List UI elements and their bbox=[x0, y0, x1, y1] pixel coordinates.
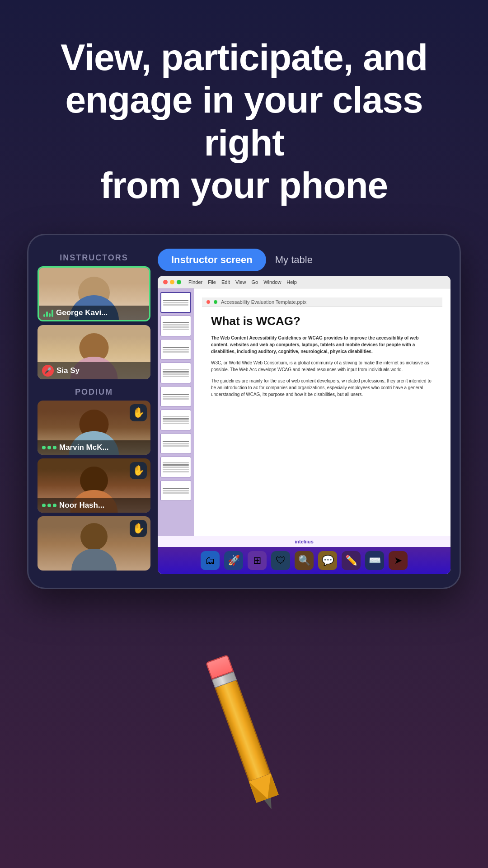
pencil bbox=[149, 634, 339, 834]
slide-thumb-5[interactable] bbox=[160, 386, 191, 407]
bar1 bbox=[43, 314, 45, 317]
pencil-illustration bbox=[149, 634, 339, 834]
slide-body: The Web Content Accessibility Guidelines… bbox=[211, 335, 433, 398]
noor-dots bbox=[42, 504, 56, 507]
thumb-lines-9 bbox=[161, 486, 191, 495]
tl1 bbox=[163, 369, 189, 370]
slide-thumb-2[interactable] bbox=[160, 316, 191, 336]
participant-unknown[interactable]: ✋ bbox=[38, 516, 150, 571]
slide-thumbnails bbox=[158, 288, 194, 536]
dot-green bbox=[214, 300, 217, 304]
dock-design[interactable]: ✏️ bbox=[342, 551, 361, 570]
participant-noor[interactable]: ✋ Noor Hash... bbox=[38, 458, 150, 513]
marvin-name: Marvin McK... bbox=[59, 443, 109, 452]
thumb-lines-5 bbox=[161, 392, 191, 401]
finder-bar: Finder File Edit View Go Window Help bbox=[158, 276, 450, 288]
dock-launchpad[interactable]: 🚀 bbox=[224, 551, 243, 570]
tl3 bbox=[163, 445, 189, 447]
thumb-lines-7 bbox=[161, 439, 191, 448]
slide-thumb-8[interactable] bbox=[160, 457, 191, 477]
header-title: View, participate, and engage in your cl… bbox=[27, 36, 461, 207]
dock-grid[interactable]: ⊞ bbox=[248, 551, 267, 570]
mac-dock: 🗂 🚀 ⊞ 🛡 🔍 💬 ✏️ ⌨️ ➤ bbox=[158, 547, 450, 574]
presentation-area: Accessability Evaluation Template.pptx W… bbox=[158, 288, 450, 536]
tl2 bbox=[163, 324, 189, 326]
tl4 bbox=[163, 469, 189, 470]
slide-thumb-6[interactable] bbox=[160, 410, 191, 430]
tab-instructor-screen[interactable]: Instructor screen bbox=[158, 249, 266, 271]
dot3 bbox=[53, 504, 56, 507]
dock-code[interactable]: ⌨️ bbox=[365, 551, 384, 570]
tl3 bbox=[163, 420, 189, 422]
tl2 bbox=[163, 371, 189, 373]
tl1 bbox=[163, 441, 189, 442]
marvin-hand-badge: ✋ bbox=[130, 404, 147, 421]
slide-thumb-1[interactable] bbox=[160, 292, 191, 313]
tl1 bbox=[163, 394, 189, 395]
header-section: View, participate, and engage in your cl… bbox=[0, 0, 488, 234]
slide-thumb-4[interactable] bbox=[160, 363, 191, 383]
participant-sia[interactable]: 🎤 Sia Sy bbox=[38, 325, 150, 379]
mockup-section: INSTRUCTORS George Kavi... bbox=[0, 234, 488, 589]
sia-name: Sia Sy bbox=[56, 366, 80, 375]
tl2 bbox=[163, 302, 188, 303]
audio-bars-george bbox=[43, 309, 53, 317]
slide-title: What is WCAG? bbox=[211, 314, 433, 328]
participant-marvin[interactable]: ✋ Marvin McK... bbox=[38, 401, 150, 455]
tab-my-table[interactable]: My table bbox=[266, 249, 322, 271]
thumb-lines-6 bbox=[161, 414, 191, 426]
tl3 bbox=[163, 398, 189, 400]
tl4 bbox=[163, 376, 189, 377]
dock-search[interactable]: 🔍 bbox=[295, 551, 314, 570]
thumb-lines-2 bbox=[161, 320, 191, 332]
slide-content: What is WCAG? The Web Content Accessibil… bbox=[202, 307, 442, 523]
tl1 bbox=[163, 347, 189, 348]
slide-file-bar: Accessability Evaluation Template.pptx bbox=[202, 297, 442, 307]
dot-red bbox=[206, 300, 210, 304]
thumb-lines-4 bbox=[161, 367, 191, 379]
tl3 bbox=[163, 351, 189, 353]
dock-finder[interactable]: 🗂 bbox=[201, 551, 220, 570]
sia-label: 🎤 Sia Sy bbox=[38, 362, 150, 379]
tl3 bbox=[163, 373, 189, 375]
device-mockup: INSTRUCTORS George Kavi... bbox=[27, 234, 461, 589]
george-label: George Kavi... bbox=[39, 306, 149, 320]
marvin-label: Marvin McK... bbox=[38, 440, 150, 455]
dot2 bbox=[47, 446, 51, 449]
tl3 bbox=[163, 467, 189, 468]
fullscreen-button[interactable] bbox=[177, 280, 181, 284]
dot1 bbox=[42, 504, 46, 507]
tl2 bbox=[163, 490, 189, 491]
tl2 bbox=[163, 349, 189, 350]
dot1 bbox=[42, 446, 46, 449]
slide-thumb-9[interactable] bbox=[160, 480, 191, 501]
thumb-lines-8 bbox=[161, 460, 191, 474]
marvin-dots bbox=[42, 446, 56, 449]
instructors-label: INSTRUCTORS bbox=[38, 249, 150, 266]
dock-chat[interactable]: 💬 bbox=[318, 551, 337, 570]
tl3 bbox=[163, 304, 188, 306]
tl3 bbox=[163, 326, 189, 328]
podium-label: PODIUM bbox=[38, 383, 150, 401]
bottom-section bbox=[0, 589, 488, 860]
slide-body-2: The guidelines are mainly for the use of… bbox=[211, 377, 433, 398]
left-panel: INSTRUCTORS George Kavi... bbox=[38, 249, 150, 574]
tl1 bbox=[163, 488, 189, 489]
slide-thumb-3[interactable] bbox=[160, 339, 191, 360]
file-name: Accessability Evaluation Template.pptx bbox=[221, 299, 306, 305]
brand-footer: inteliius bbox=[158, 536, 450, 547]
dock-shield[interactable]: 🛡 bbox=[271, 551, 290, 570]
tl4 bbox=[163, 329, 189, 330]
minimize-button[interactable] bbox=[170, 280, 174, 284]
participant-george[interactable]: George Kavi... bbox=[38, 266, 150, 321]
tl1 bbox=[163, 462, 189, 463]
slide-thumb-7[interactable] bbox=[160, 433, 191, 454]
bar3 bbox=[49, 313, 51, 317]
pencil-body bbox=[215, 680, 271, 782]
close-button[interactable] bbox=[163, 280, 168, 284]
traffic-lights bbox=[163, 280, 181, 284]
tl4 bbox=[163, 423, 189, 424]
dock-arrow[interactable]: ➤ bbox=[389, 551, 408, 570]
tl2 bbox=[163, 418, 189, 420]
bar4 bbox=[52, 310, 53, 317]
